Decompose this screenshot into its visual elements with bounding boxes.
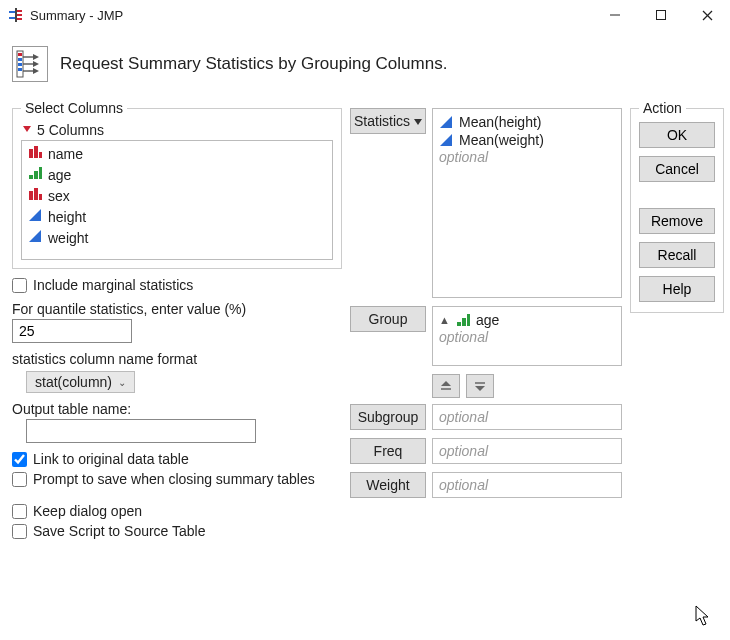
continuous-icon bbox=[439, 115, 453, 129]
group-button[interactable]: Group bbox=[350, 306, 426, 332]
svg-rect-36 bbox=[457, 322, 461, 326]
svg-rect-25 bbox=[29, 175, 33, 179]
app-icon bbox=[8, 7, 24, 23]
weight-button[interactable]: Weight bbox=[350, 472, 426, 498]
sort-indicator-icon: ▲ bbox=[439, 314, 450, 326]
svg-rect-24 bbox=[39, 152, 42, 158]
columns-count: 5 Columns bbox=[37, 122, 104, 138]
svg-marker-21 bbox=[23, 126, 31, 132]
optional-placeholder: optional bbox=[439, 149, 615, 165]
remove-button[interactable]: Remove bbox=[639, 208, 715, 234]
svg-rect-27 bbox=[39, 167, 42, 179]
select-columns-group: Select Columns 5 Columns name age bbox=[12, 100, 342, 269]
link-original-checkbox[interactable]: Link to original data table bbox=[12, 451, 342, 467]
sort-asc-button[interactable] bbox=[432, 374, 460, 398]
svg-marker-20 bbox=[33, 68, 39, 74]
columns-list[interactable]: name age sex height bbox=[21, 140, 333, 260]
colname-format-label: statistics column name format bbox=[12, 351, 342, 367]
quantile-label: For quantile statistics, enter value (%) bbox=[12, 301, 342, 317]
svg-marker-39 bbox=[441, 381, 451, 386]
statistics-button[interactable]: Statistics bbox=[350, 108, 426, 134]
svg-rect-12 bbox=[18, 58, 22, 61]
quantile-input[interactable] bbox=[12, 319, 132, 343]
svg-marker-31 bbox=[29, 209, 41, 221]
svg-rect-28 bbox=[29, 191, 33, 200]
subgroup-box[interactable]: optional bbox=[432, 404, 622, 430]
recall-button[interactable]: Recall bbox=[639, 242, 715, 268]
optional-placeholder: optional bbox=[439, 443, 488, 459]
prompt-save-checkbox[interactable]: Prompt to save when closing summary tabl… bbox=[12, 471, 342, 487]
svg-rect-29 bbox=[34, 188, 38, 200]
output-table-input[interactable] bbox=[26, 419, 256, 443]
keep-dialog-checkbox[interactable]: Keep dialog open bbox=[12, 503, 342, 519]
svg-rect-26 bbox=[34, 171, 38, 179]
select-columns-legend: Select Columns bbox=[21, 100, 127, 116]
group-entry[interactable]: ▲ age bbox=[439, 311, 615, 329]
freq-button[interactable]: Freq bbox=[350, 438, 426, 464]
group-box[interactable]: ▲ age optional bbox=[432, 306, 622, 366]
disclosure-icon[interactable] bbox=[21, 122, 33, 138]
continuous-icon bbox=[28, 208, 42, 225]
svg-rect-22 bbox=[29, 149, 33, 158]
minimize-button[interactable] bbox=[592, 0, 638, 30]
chevron-down-icon: ⌄ bbox=[118, 377, 126, 388]
weight-box[interactable]: optional bbox=[432, 472, 622, 498]
ordinal-icon bbox=[28, 166, 42, 183]
svg-marker-33 bbox=[414, 119, 422, 125]
svg-rect-38 bbox=[467, 314, 470, 326]
help-button[interactable]: Help bbox=[639, 276, 715, 302]
statistics-box[interactable]: Mean(height) Mean(weight) optional bbox=[432, 108, 622, 298]
ordinal-icon bbox=[456, 313, 470, 327]
svg-marker-19 bbox=[33, 61, 39, 67]
sort-desc-button[interactable] bbox=[466, 374, 494, 398]
svg-rect-2 bbox=[9, 17, 15, 19]
optional-placeholder: optional bbox=[439, 409, 488, 425]
column-item-height[interactable]: height bbox=[22, 206, 332, 227]
window-title: Summary - JMP bbox=[30, 8, 592, 23]
stat-entry[interactable]: Mean(height) bbox=[439, 113, 615, 131]
title-bar: Summary - JMP bbox=[0, 0, 730, 30]
svg-marker-42 bbox=[475, 386, 485, 391]
svg-rect-11 bbox=[18, 53, 22, 56]
subgroup-button[interactable]: Subgroup bbox=[350, 404, 426, 430]
optional-placeholder: optional bbox=[439, 329, 615, 345]
svg-marker-35 bbox=[440, 134, 452, 146]
column-item-age[interactable]: age bbox=[22, 164, 332, 185]
column-item-weight[interactable]: weight bbox=[22, 227, 332, 248]
ok-button[interactable]: OK bbox=[639, 122, 715, 148]
summary-icon bbox=[12, 46, 48, 82]
svg-rect-3 bbox=[17, 10, 22, 12]
svg-rect-1 bbox=[9, 11, 15, 13]
optional-placeholder: optional bbox=[439, 477, 488, 493]
svg-rect-0 bbox=[15, 8, 17, 22]
svg-rect-13 bbox=[18, 63, 22, 66]
close-button[interactable] bbox=[684, 0, 730, 30]
svg-rect-5 bbox=[17, 18, 22, 20]
window-controls bbox=[592, 0, 730, 30]
svg-marker-18 bbox=[33, 54, 39, 60]
svg-rect-14 bbox=[18, 68, 22, 71]
svg-marker-43 bbox=[696, 606, 708, 625]
svg-rect-30 bbox=[39, 194, 42, 200]
colname-format-select[interactable]: stat(column) ⌄ bbox=[26, 371, 135, 393]
maximize-button[interactable] bbox=[638, 0, 684, 30]
freq-box[interactable]: optional bbox=[432, 438, 622, 464]
svg-rect-37 bbox=[462, 318, 466, 326]
stat-entry[interactable]: Mean(weight) bbox=[439, 131, 615, 149]
action-legend: Action bbox=[639, 100, 686, 116]
svg-marker-34 bbox=[440, 116, 452, 128]
column-item-name[interactable]: name bbox=[22, 143, 332, 164]
cancel-button[interactable]: Cancel bbox=[639, 156, 715, 182]
nominal-icon bbox=[28, 187, 42, 204]
action-group: Action OK Cancel Remove Recall Help bbox=[630, 100, 724, 313]
svg-marker-32 bbox=[29, 230, 41, 242]
continuous-icon bbox=[28, 229, 42, 246]
save-script-checkbox[interactable]: Save Script to Source Table bbox=[12, 523, 342, 539]
cursor-icon bbox=[695, 605, 711, 630]
nominal-icon bbox=[28, 145, 42, 162]
dialog-header: Request Summary Statistics by Grouping C… bbox=[12, 46, 718, 82]
column-item-sex[interactable]: sex bbox=[22, 185, 332, 206]
svg-rect-4 bbox=[17, 14, 22, 16]
include-marginal-checkbox[interactable]: Include marginal statistics bbox=[12, 277, 342, 293]
svg-rect-7 bbox=[657, 11, 666, 20]
